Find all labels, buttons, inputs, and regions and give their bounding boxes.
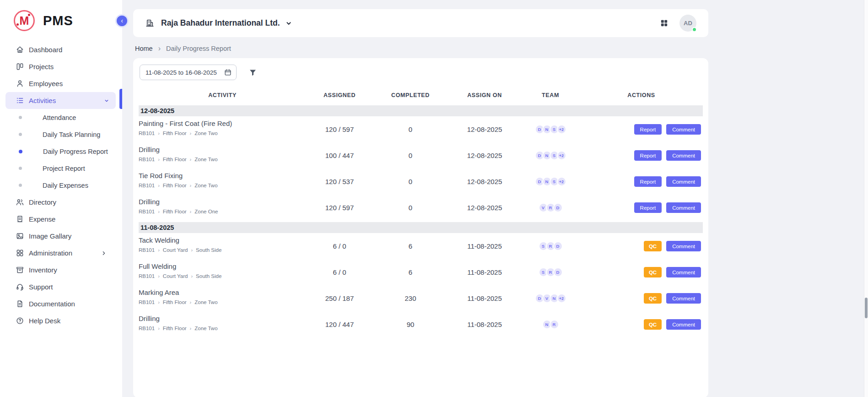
- activity-name: Painting - First Coat (Fire Red): [139, 120, 306, 127]
- team-avatars: DNS+2: [521, 169, 580, 195]
- sidebar-item-help-desk[interactable]: Help Desk: [0, 312, 122, 329]
- comment-button[interactable]: Comment: [666, 176, 701, 187]
- qc-button[interactable]: QC: [644, 319, 662, 330]
- sidebar-subitem-label: Attendance: [43, 114, 76, 121]
- sidebar-subitem-daily-progress-report[interactable]: Daily Progress Report: [0, 143, 122, 160]
- breadcrumb-home[interactable]: Home: [135, 45, 153, 52]
- apps-grid-icon[interactable]: [660, 19, 669, 27]
- completed-value: 0: [373, 116, 448, 142]
- team-extra-count-badge[interactable]: +2: [557, 151, 566, 160]
- path-chevron-icon: ›: [191, 247, 193, 253]
- path-segment: RB101: [139, 299, 155, 305]
- comment-button[interactable]: Comment: [666, 202, 701, 213]
- sidebar-collapse-button[interactable]: ‹: [117, 16, 127, 26]
- sidebar-subitem-project-report[interactable]: Project Report: [0, 160, 122, 177]
- question-circle-icon: [16, 316, 24, 325]
- team-member-avatar[interactable]: D: [553, 241, 563, 251]
- filter-funnel-icon[interactable]: [248, 68, 257, 77]
- path-segment: South Side: [196, 247, 221, 253]
- team-member-avatar[interactable]: D: [553, 267, 563, 277]
- sidebar-item-expense[interactable]: Expense: [0, 211, 122, 228]
- comment-button[interactable]: Comment: [666, 293, 701, 304]
- team-member-avatar[interactable]: D: [553, 203, 563, 212]
- sidebar-item-dashboard[interactable]: Dashboard: [0, 41, 122, 58]
- path-chevron-icon: ›: [158, 247, 160, 253]
- logo-letter: M: [20, 14, 29, 27]
- table-row: Drilling RB101›Fifth Floor›Zone Two 100 …: [139, 142, 703, 169]
- sidebar-item-label: Image Gallary: [29, 232, 71, 240]
- table-row: Tack Welding RB101›Court Yard›South Side…: [139, 233, 703, 259]
- headset-icon: [16, 283, 24, 291]
- kanban-icon: [16, 62, 24, 71]
- grid-icon: [16, 249, 24, 257]
- team-avatars: DNS+2: [521, 142, 580, 169]
- table-row: Painting - First Coat (Fire Red) RB101›F…: [139, 116, 703, 142]
- report-button[interactable]: Report: [634, 202, 662, 213]
- path-segment: Zone Two: [194, 157, 217, 162]
- report-button[interactable]: Report: [634, 124, 662, 135]
- sidebar-item-inventory[interactable]: Inventory: [0, 261, 122, 278]
- assigned-value: 120 / 447: [306, 311, 373, 337]
- team-avatars: NR: [521, 311, 580, 337]
- chevron-down-icon: [285, 19, 293, 27]
- qc-button[interactable]: QC: [644, 267, 662, 277]
- sidebar-item-projects[interactable]: Projects: [0, 58, 122, 75]
- activity-path: RB101›Court Yard›South Side: [139, 247, 306, 253]
- report-button[interactable]: Report: [634, 176, 662, 187]
- path-chevron-icon: ›: [190, 326, 192, 331]
- sidebar-subitem-label: Project Report: [43, 165, 85, 172]
- sidebar-item-support[interactable]: Support: [0, 278, 122, 295]
- path-chevron-icon: ›: [158, 183, 160, 188]
- report-button[interactable]: Report: [634, 150, 662, 161]
- sidebar-item-employees[interactable]: Employees: [0, 75, 122, 92]
- path-chevron-icon: ›: [158, 326, 160, 331]
- team-member-avatar[interactable]: R: [550, 320, 559, 329]
- activity-cell: Marking Area RB101›Fifth Floor›Zone Two: [139, 285, 306, 311]
- sidebar-item-activities[interactable]: Activities: [5, 92, 116, 109]
- sidebar-subitem-attendance[interactable]: Attendance: [0, 109, 122, 126]
- activity-name: Drilling: [139, 146, 306, 153]
- sidebar-nav: Dashboard Projects Employees Activities …: [0, 41, 122, 329]
- sidebar-item-documentation[interactable]: Documentation: [0, 295, 122, 312]
- sidebar-subitem-daily-task-planning[interactable]: Daily Task Planning: [0, 126, 122, 143]
- table-row: Drilling RB101›Fifth Floor›Zone One 120 …: [139, 195, 703, 221]
- team-avatars: SRD: [521, 233, 580, 259]
- path-segment: Court Yard: [163, 273, 188, 279]
- qc-button[interactable]: QC: [644, 293, 662, 304]
- sidebar-item-directory[interactable]: Directory: [0, 194, 122, 211]
- sidebar-subitem-daily-expenses[interactable]: Daily Expenses: [0, 177, 122, 194]
- sidebar-item-administration[interactable]: Administration: [0, 245, 122, 261]
- activity-path: RB101›Fifth Floor›Zone Two: [139, 157, 306, 162]
- team-extra-count-badge[interactable]: +2: [557, 294, 566, 303]
- comment-button[interactable]: Comment: [666, 241, 701, 251]
- comment-button[interactable]: Comment: [666, 124, 701, 135]
- comment-button[interactable]: Comment: [666, 150, 701, 161]
- sidebar-item-label: Documentation: [29, 300, 75, 308]
- comment-button[interactable]: Comment: [666, 267, 701, 277]
- comment-button[interactable]: Comment: [666, 319, 701, 330]
- page-scrollbar-thumb[interactable]: [865, 298, 868, 318]
- page-scrollbar[interactable]: [864, 0, 868, 397]
- completed-value: 230: [373, 285, 448, 311]
- completed-value: 6: [373, 233, 448, 259]
- activity-path: RB101›Fifth Floor›Zone Two: [139, 326, 306, 331]
- path-segment: Court Yard: [163, 247, 188, 253]
- date-range-value: 11-08-2025 to 16-08-2025: [146, 69, 217, 76]
- assign-on-value: 11-08-2025: [448, 285, 521, 311]
- team-extra-count-badge[interactable]: +2: [557, 125, 566, 134]
- sidebar-item-image-gallary[interactable]: Image Gallary: [0, 228, 122, 245]
- building-icon: [145, 18, 155, 28]
- topbar-actions: AD: [660, 15, 696, 32]
- row-actions: ReportComment: [580, 169, 703, 195]
- company-name: Raja Bahadur International Ltd.: [161, 18, 280, 28]
- app-name: PMS: [43, 13, 73, 28]
- assigned-value: 100 / 447: [306, 142, 373, 169]
- date-range-input[interactable]: 11-08-2025 to 16-08-2025: [140, 65, 237, 80]
- company-selector[interactable]: Raja Bahadur International Ltd.: [145, 18, 293, 28]
- bullet-dot-icon: [19, 116, 22, 119]
- assigned-value: 250 / 187: [306, 285, 373, 311]
- qc-button[interactable]: QC: [644, 241, 662, 251]
- user-avatar[interactable]: AD: [679, 15, 696, 32]
- path-chevron-icon: ›: [158, 131, 160, 136]
- team-extra-count-badge[interactable]: +2: [557, 177, 566, 186]
